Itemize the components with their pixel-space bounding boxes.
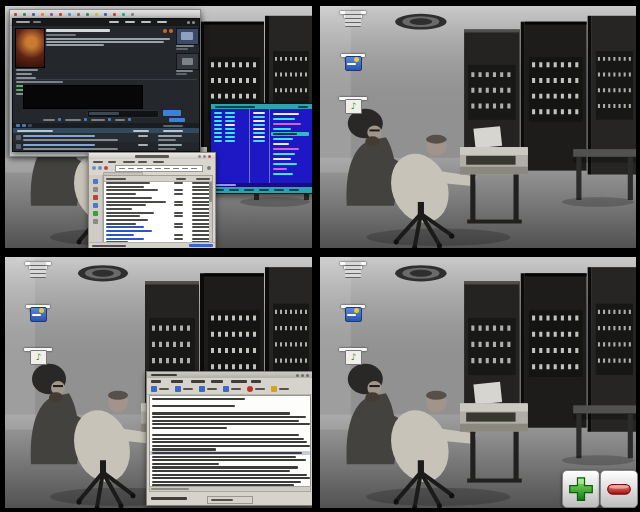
menu-item xyxy=(231,380,247,383)
log-line xyxy=(152,427,227,429)
flag-icon[interactable] xyxy=(163,29,167,33)
dos-cell xyxy=(214,136,222,138)
file-name xyxy=(106,201,166,203)
blue-application-icon xyxy=(343,305,363,323)
workspace-3[interactable]: ♪ xyxy=(5,257,312,508)
log-line xyxy=(152,423,310,425)
file-size xyxy=(174,182,183,184)
window-minimize-icon[interactable] xyxy=(198,155,201,158)
log-content[interactable] xyxy=(149,395,311,487)
toolbar-label xyxy=(255,388,265,390)
place-icon xyxy=(93,203,98,208)
dark-window-titlebar[interactable] xyxy=(13,19,199,26)
list-row[interactable] xyxy=(13,133,199,142)
blue-application-icon[interactable] xyxy=(330,305,376,345)
remove-desktop-button[interactable] xyxy=(600,470,638,508)
log-hscrollbar[interactable] xyxy=(149,486,311,492)
menu-item xyxy=(171,380,183,383)
file-size xyxy=(174,212,183,214)
dos-cell xyxy=(214,124,222,126)
file-size xyxy=(174,238,183,240)
dos-cell xyxy=(214,132,222,134)
menu-item xyxy=(157,21,167,23)
flag-icon[interactable] xyxy=(169,29,173,33)
dark-media-window[interactable] xyxy=(12,18,200,152)
window-maximize-icon[interactable] xyxy=(187,21,190,24)
title-text xyxy=(16,21,30,23)
log-viewer-window[interactable] xyxy=(146,371,312,506)
thumbnail[interactable] xyxy=(176,28,199,45)
log-toolbar[interactable] xyxy=(147,384,312,395)
dos-titlebar[interactable] xyxy=(211,104,312,109)
workspace-2[interactable]: ♪ xyxy=(320,6,636,248)
status-box xyxy=(207,496,253,504)
minus-icon xyxy=(604,474,634,504)
dos-function-key-bar[interactable] xyxy=(211,187,312,193)
dos-file-name xyxy=(273,158,291,160)
window-maximize-icon[interactable] xyxy=(301,374,304,377)
stacked-documents-icon[interactable] xyxy=(15,262,61,302)
file-name xyxy=(106,208,132,210)
blue-application-icon[interactable] xyxy=(15,305,61,345)
list-row[interactable] xyxy=(13,142,199,151)
log-line xyxy=(152,438,304,440)
file-name xyxy=(106,193,136,195)
menu-item xyxy=(153,161,164,163)
file-date xyxy=(192,223,210,225)
stacked-documents-icon[interactable] xyxy=(330,262,376,302)
window-close-icon[interactable] xyxy=(306,374,309,377)
toolbar-label xyxy=(183,388,193,390)
media-application-icon[interactable]: ♪ xyxy=(15,348,61,388)
file-date xyxy=(192,238,210,240)
file-name xyxy=(106,230,152,232)
window-close-icon[interactable] xyxy=(208,155,211,158)
thumbnail[interactable] xyxy=(176,53,199,70)
window-maximize-icon[interactable] xyxy=(203,155,206,158)
back-icon[interactable] xyxy=(92,166,96,170)
dos-file-name xyxy=(273,123,301,125)
dos-file-name xyxy=(273,148,299,150)
blue-application-icon[interactable] xyxy=(330,54,376,94)
dos-file-manager-window[interactable] xyxy=(210,103,312,194)
media-application-icon[interactable]: ♪ xyxy=(330,348,376,388)
favicon-icon xyxy=(104,13,107,16)
dos-cell xyxy=(253,120,265,122)
secondary-action-button[interactable] xyxy=(169,118,185,122)
primary-action-button[interactable] xyxy=(163,110,181,116)
checkbox xyxy=(58,118,61,121)
file-manager-window[interactable] xyxy=(88,152,216,248)
stop-icon[interactable] xyxy=(104,166,108,170)
reload-icon[interactable] xyxy=(207,166,211,170)
toolbar-icon xyxy=(247,386,253,392)
menu-item xyxy=(109,21,119,23)
workspace-1[interactable] xyxy=(5,6,312,248)
fm-sidebar[interactable] xyxy=(89,175,103,243)
toolbar-label xyxy=(279,388,289,390)
menu-item xyxy=(251,380,261,383)
fm-title-text xyxy=(135,155,169,158)
log-line xyxy=(152,481,301,483)
breadcrumb-segment xyxy=(137,168,143,170)
file-date xyxy=(192,189,210,191)
stack-sheet xyxy=(345,23,361,27)
stacked-documents-icon xyxy=(343,262,363,280)
file-name xyxy=(106,234,134,236)
fm-file-list[interactable] xyxy=(103,175,213,243)
menu-item xyxy=(123,161,135,163)
address-bar[interactable] xyxy=(115,165,203,172)
forward-icon[interactable] xyxy=(98,166,102,170)
browser-bookmarks-bar[interactable] xyxy=(10,10,200,18)
media-application-icon[interactable]: ♪ xyxy=(330,97,376,137)
fm-scrollbar[interactable] xyxy=(209,182,212,242)
fm-toolbar[interactable] xyxy=(89,164,215,171)
dos-cell xyxy=(253,132,265,134)
add-desktop-button[interactable] xyxy=(562,470,600,508)
stacked-documents-icon[interactable] xyxy=(330,11,376,51)
file-date xyxy=(192,208,210,210)
dos-cell xyxy=(214,128,222,130)
window-close-icon[interactable] xyxy=(192,21,195,24)
window-minimize-icon[interactable] xyxy=(296,374,299,377)
file-date xyxy=(192,186,210,188)
file-name xyxy=(106,182,150,184)
sun-dot xyxy=(354,308,359,313)
